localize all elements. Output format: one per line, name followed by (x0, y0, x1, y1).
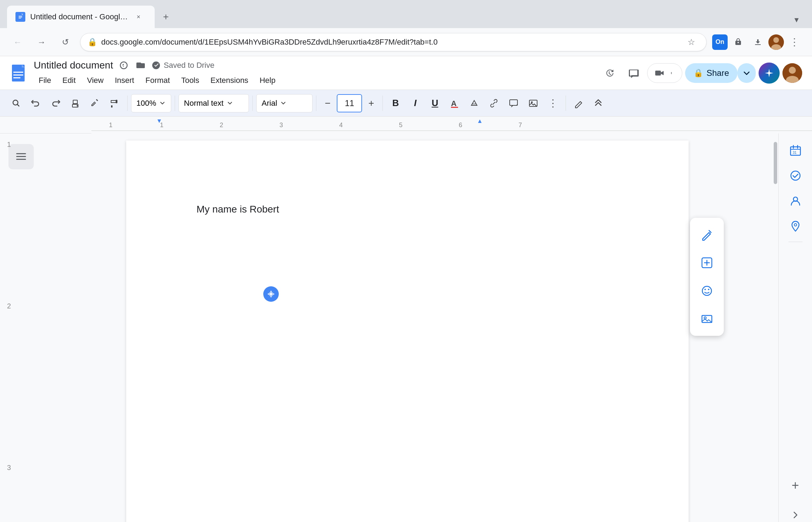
zoom-value: 100% (136, 99, 156, 108)
share-btn-group: 🔒 Share (685, 63, 756, 83)
chrome-menu-btn[interactable]: ⋮ (785, 33, 804, 51)
scrollbar-thumb[interactable] (774, 142, 777, 184)
svg-point-52 (794, 224, 797, 226)
doc-title-area: Untitled document (34, 59, 594, 87)
menu-view[interactable]: View (82, 74, 108, 87)
sidebar-maps-btn[interactable] (784, 215, 807, 237)
font-size-decrease[interactable]: − (320, 96, 335, 111)
svg-rect-41 (16, 159, 26, 160)
rename-icon[interactable] (117, 59, 130, 72)
page-number-3: 3 (7, 464, 11, 472)
zoom-selector[interactable]: 100% (131, 94, 171, 112)
sidebar-tasks-btn[interactable] (784, 164, 807, 187)
document-page[interactable]: My name is Robert (126, 141, 689, 522)
active-tab[interactable]: Untitled document - Google D... × (7, 6, 155, 28)
svg-point-15 (789, 67, 796, 74)
page-number-2: 2 (7, 302, 11, 310)
folder-icon[interactable] (134, 59, 147, 72)
italic-btn[interactable]: I (406, 94, 424, 112)
tab-close-btn[interactable]: × (134, 12, 143, 22)
sidebar-add-btn[interactable]: + (784, 474, 807, 497)
collapse-btn[interactable] (589, 94, 607, 112)
meet-call-btn[interactable] (647, 63, 682, 83)
font-selector[interactable]: Arial (256, 94, 312, 112)
image-btn[interactable] (524, 94, 542, 112)
url-bar[interactable]: 🔒 docs.google.com/document/d/1EEpsUSM4hY… (80, 33, 707, 51)
menu-format[interactable]: Format (141, 74, 175, 87)
sidebar-calendar-btn[interactable]: 31 (784, 139, 807, 162)
search-btn[interactable] (7, 94, 25, 112)
security-icon: 🔒 (88, 38, 97, 47)
svg-text:31: 31 (793, 151, 797, 155)
svg-rect-40 (16, 156, 26, 157)
font-value: Arial (262, 99, 277, 108)
history-btn[interactable] (599, 63, 620, 84)
svg-rect-11 (13, 77, 20, 78)
user-avatar[interactable] (782, 63, 802, 83)
svg-text:3: 3 (279, 122, 283, 129)
svg-rect-1 (19, 16, 22, 17)
tab-dropdown-btn[interactable]: ▾ (788, 11, 805, 28)
formatting-toolbar: 100% Normal text Arial − (0, 90, 812, 117)
menu-help[interactable]: Help (254, 74, 280, 87)
menu-edit[interactable]: Edit (57, 74, 80, 87)
share-btn[interactable]: 🔒 Share (685, 63, 737, 83)
extensions-btn[interactable] (729, 33, 747, 51)
ft-add-btn[interactable] (694, 250, 720, 275)
doc-scroll[interactable]: My name is Robert (42, 133, 773, 522)
paint-format-btn[interactable] (105, 94, 124, 112)
svg-rect-3 (19, 18, 21, 19)
print-btn[interactable] (66, 94, 84, 112)
url-text: docs.google.com/document/d/1EEpsUSM4hYvB… (101, 38, 679, 47)
new-tab-btn[interactable]: + (156, 7, 176, 27)
bold-btn[interactable]: B (386, 94, 405, 112)
svg-point-6 (773, 37, 779, 43)
ft-edit-btn[interactable] (694, 222, 720, 247)
address-bar: ← → ↺ 🔒 docs.google.com/document/d/1EEps… (0, 28, 812, 56)
reload-btn[interactable]: ↺ (56, 33, 75, 51)
ft-emoji-btn[interactable] (694, 278, 720, 304)
bookmark-icon[interactable]: ☆ (684, 34, 699, 50)
menu-tools[interactable]: Tools (176, 74, 204, 87)
more-formatting-btn[interactable]: ⋮ (544, 94, 562, 112)
menu-extensions[interactable]: Extensions (206, 74, 253, 87)
toolbar-separator-4 (316, 96, 316, 111)
vertical-scrollbar[interactable] (773, 133, 778, 522)
svg-rect-25 (510, 100, 517, 105)
sidebar-people-btn[interactable] (784, 190, 807, 212)
style-selector[interactable]: Normal text (179, 94, 249, 112)
text-color-btn[interactable]: A (445, 94, 464, 112)
toolbar-separator-1 (127, 96, 128, 111)
undo-btn[interactable] (27, 94, 45, 112)
extension-on-icon[interactable]: On (712, 34, 728, 50)
spellcheck-btn[interactable] (86, 94, 104, 112)
comment-btn[interactable] (504, 94, 523, 112)
font-size-value: 11 (345, 98, 354, 108)
svg-rect-2 (19, 17, 22, 18)
ruler-bar: 1 1 2 3 4 5 6 7 (91, 117, 812, 133)
ft-image-btn[interactable] (694, 306, 720, 332)
back-btn[interactable]: ← (8, 33, 27, 51)
menu-insert[interactable]: Insert (110, 74, 139, 87)
user-profile-btn[interactable] (768, 34, 784, 50)
font-size-increase[interactable]: + (363, 96, 379, 111)
gemini-btn[interactable] (759, 63, 780, 84)
share-dropdown-btn[interactable] (737, 63, 756, 83)
floating-insert-toolbar (690, 218, 724, 336)
doc-menu: File Edit View Insert Format Tools Exten… (34, 74, 594, 87)
comments-btn[interactable] (623, 63, 644, 84)
outline-toggle-btn[interactable] (8, 144, 34, 169)
redo-btn[interactable] (46, 94, 65, 112)
highlight-btn[interactable] (465, 94, 483, 112)
menu-file[interactable]: File (34, 74, 56, 87)
svg-rect-24 (451, 107, 458, 108)
forward-btn[interactable]: → (32, 33, 51, 51)
download-btn[interactable] (749, 33, 767, 51)
font-size-input[interactable]: 11 (337, 94, 362, 112)
sidebar-expand-btn[interactable] (784, 508, 807, 522)
doc-title[interactable]: Untitled document (34, 60, 113, 71)
doc-content[interactable]: My name is Robert (196, 204, 618, 215)
edit-mode-btn[interactable] (569, 94, 588, 112)
link-btn[interactable] (485, 94, 503, 112)
underline-btn[interactable]: U (426, 94, 444, 112)
